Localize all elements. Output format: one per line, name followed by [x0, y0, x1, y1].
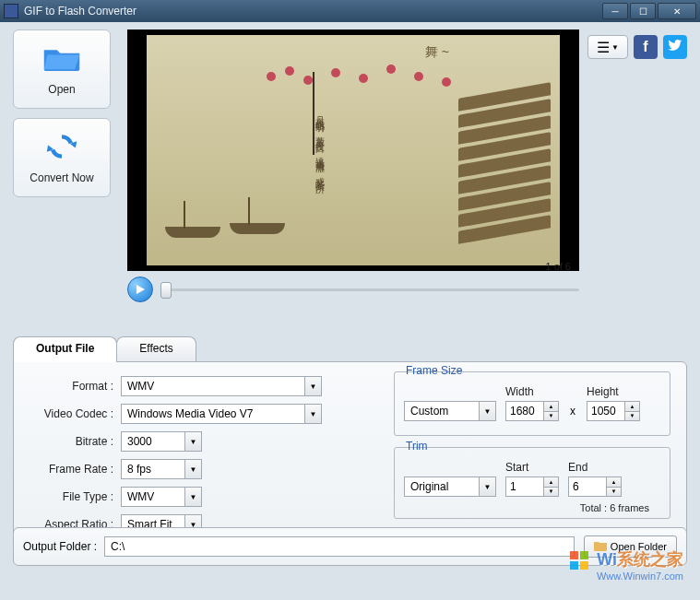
slider-thumb[interactable] — [160, 282, 172, 299]
bitrate-combo[interactable]: 3000▼ — [121, 431, 202, 452]
width-label: Width — [505, 385, 559, 398]
preview-pane: 舞 ~ 月夜故鄉明 蓋放今夜白 遠送南飛雁 戎装断人所 — [127, 29, 579, 271]
window-title: GIF to Flash Converter — [24, 5, 602, 18]
output-folder-input[interactable] — [104, 536, 575, 557]
list-icon: ☰ — [597, 39, 610, 56]
bitrate-label: Bitrate : — [25, 435, 121, 448]
play-icon — [135, 284, 146, 295]
frame-rate-label: Frame Rate : — [25, 463, 121, 476]
seek-slider[interactable] — [160, 280, 579, 299]
output-folder-row: Output Folder : Open Folder — [13, 527, 687, 566]
chevron-down-icon: ▼ — [479, 477, 495, 496]
facebook-button[interactable]: f — [634, 35, 658, 59]
format-combo[interactable]: WMV▼ — [121, 376, 322, 396]
tab-effects[interactable]: Effects — [116, 336, 196, 362]
view-mode-button[interactable]: ☰▼ — [587, 35, 628, 59]
convert-icon — [42, 131, 81, 166]
height-label: Height — [587, 385, 640, 398]
twitter-button[interactable] — [663, 35, 687, 59]
video-codec-label: Video Codec : — [25, 407, 121, 420]
up-icon[interactable]: ▲ — [624, 402, 639, 412]
play-button[interactable] — [127, 276, 153, 302]
end-spinner[interactable]: 6▲▼ — [568, 476, 622, 497]
chevron-down-icon: ▼ — [184, 488, 201, 506]
frame-size-legend: Frame Size — [402, 364, 466, 377]
preview-image: 舞 ~ 月夜故鄉明 蓋放今夜白 遠送南飛雁 戎装断人所 — [147, 35, 560, 265]
tab-output-file[interactable]: Output File — [13, 336, 117, 362]
facebook-icon: f — [643, 39, 647, 55]
app-icon — [4, 4, 18, 18]
chevron-down-icon: ▼ — [479, 402, 495, 420]
convert-now-button[interactable]: Convert Now — [13, 118, 111, 197]
title-bar: GIF to Flash Converter ─ ☐ ✕ — [0, 0, 700, 22]
up-icon[interactable]: ▲ — [606, 477, 621, 488]
convert-label: Convert Now — [30, 171, 93, 184]
width-spinner[interactable]: 1680▲▼ — [505, 401, 559, 421]
down-icon[interactable]: ▼ — [606, 488, 621, 497]
start-spinner[interactable]: 1▲▼ — [505, 476, 559, 497]
folder-open-icon — [42, 42, 81, 77]
twitter-icon — [668, 38, 682, 56]
open-button[interactable]: Open — [13, 29, 111, 109]
down-icon[interactable]: ▼ — [543, 488, 558, 497]
trim-mode-combo[interactable]: Original▼ — [404, 476, 496, 497]
up-icon[interactable]: ▲ — [543, 402, 558, 412]
up-icon[interactable]: ▲ — [543, 477, 558, 488]
app-body: Open Convert Now 舞 ~ 月夜故鄉明 蓋放今夜白 遠送南飛雁 戎… — [0, 22, 700, 600]
down-icon[interactable]: ▼ — [543, 412, 558, 421]
minimize-button[interactable]: ─ — [602, 3, 628, 19]
end-label: End — [568, 461, 622, 474]
file-type-label: File Type : — [25, 490, 121, 503]
chevron-down-icon: ▼ — [611, 43, 619, 52]
down-icon[interactable]: ▼ — [624, 412, 639, 421]
page-counter: 1 of 6 — [545, 261, 571, 272]
chevron-down-icon: ▼ — [184, 432, 201, 451]
tab-panel: Format : WMV▼ Video Codec : Windows Medi… — [13, 361, 687, 538]
height-spinner[interactable]: 1050▲▼ — [587, 401, 640, 421]
open-folder-button[interactable]: Open Folder — [584, 535, 677, 558]
file-type-combo[interactable]: WMV▼ — [121, 487, 202, 507]
start-label: Start — [505, 461, 559, 474]
close-button[interactable]: ✕ — [658, 3, 696, 19]
maximize-button[interactable]: ☐ — [630, 3, 656, 19]
format-label: Format : — [25, 380, 121, 393]
chevron-down-icon: ▼ — [304, 377, 321, 395]
video-codec-combo[interactable]: Windows Media Video V7▼ — [121, 404, 322, 424]
open-label: Open — [48, 83, 75, 96]
frame-size-group: Frame Size Custom▼ Width 1680▲▼ x Height… — [394, 371, 670, 436]
chevron-down-icon: ▼ — [184, 460, 201, 478]
trim-group: Trim Original▼ Start 1▲▼ End 6▲▼ Total :… — [394, 447, 670, 519]
frame-size-mode-combo[interactable]: Custom▼ — [404, 401, 496, 421]
total-frames-text: Total : 6 frames — [404, 502, 660, 513]
chevron-down-icon: ▼ — [304, 405, 321, 423]
output-folder-label: Output Folder : — [23, 540, 97, 553]
frame-rate-combo[interactable]: 8 fps▼ — [121, 459, 202, 479]
folder-icon — [594, 540, 607, 553]
trim-legend: Trim — [402, 440, 432, 453]
